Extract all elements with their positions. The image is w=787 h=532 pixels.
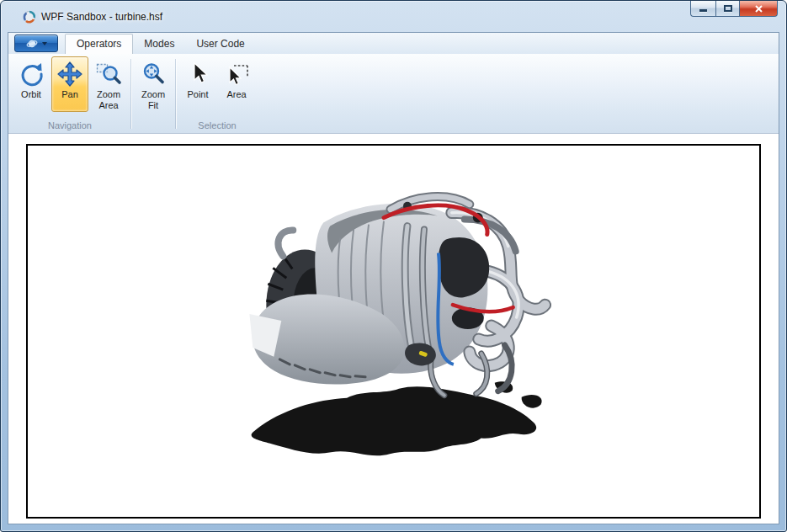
point-cursor-icon — [184, 61, 211, 88]
group-selection: Point Area Selection — [177, 55, 258, 133]
ribbon-button-point[interactable]: Point — [179, 56, 216, 112]
ribbon-button-zoom-fit[interactable]: Zoom Fit — [135, 56, 172, 112]
viewport-3d[interactable] — [26, 144, 761, 519]
tab-user-code[interactable]: User Code — [185, 35, 255, 54]
client-area: Operators Modes User Code Orbit — [8, 32, 779, 524]
area-select-icon — [223, 61, 250, 88]
zoom-fit-icon — [140, 61, 167, 88]
titlebar[interactable]: WPF Sandbox - turbine.hsf — [1, 1, 786, 32]
app-window: WPF Sandbox - turbine.hsf Operators Mode… — [0, 0, 787, 532]
turbine-engine-model — [28, 146, 759, 517]
zoom-area-icon — [95, 61, 122, 88]
maximize-button[interactable] — [715, 1, 739, 17]
caption-buttons — [690, 1, 778, 17]
minimize-button[interactable] — [690, 1, 715, 17]
app-logo-icon — [23, 10, 36, 24]
app-menu-sphere-icon — [26, 38, 38, 50]
ribbon-body: Orbit Pan Zoom Area — [8, 54, 779, 134]
tab-modes[interactable]: Modes — [133, 35, 185, 54]
group-separator — [175, 59, 176, 129]
group-navigation: Orbit Pan Zoom Area — [10, 55, 130, 133]
maximize-icon — [724, 5, 732, 12]
group-label-blank — [135, 120, 172, 133]
minimize-icon — [699, 9, 707, 12]
close-button[interactable] — [739, 1, 778, 17]
ribbon-button-area[interactable]: Area — [218, 56, 255, 112]
application-menu-button[interactable] — [14, 35, 58, 52]
tab-operators[interactable]: Operators — [65, 34, 133, 54]
ribbon-button-pan[interactable]: Pan — [51, 56, 88, 112]
group-separator — [130, 59, 131, 129]
group-label-selection: Selection — [179, 120, 255, 133]
group-label-navigation: Navigation — [13, 120, 127, 133]
window-title: WPF Sandbox - turbine.hsf — [41, 11, 162, 23]
orbit-icon — [18, 61, 45, 88]
close-icon — [755, 5, 763, 13]
chevron-down-icon — [42, 42, 47, 45]
pan-icon — [56, 61, 83, 88]
group-zoom-fit: Zoom Fit — [132, 55, 174, 133]
ribbon-button-zoom-area[interactable]: Zoom Area — [90, 56, 127, 112]
ribbon-tabstrip: Operators Modes User Code — [8, 33, 779, 54]
ribbon-button-orbit[interactable]: Orbit — [13, 56, 50, 112]
